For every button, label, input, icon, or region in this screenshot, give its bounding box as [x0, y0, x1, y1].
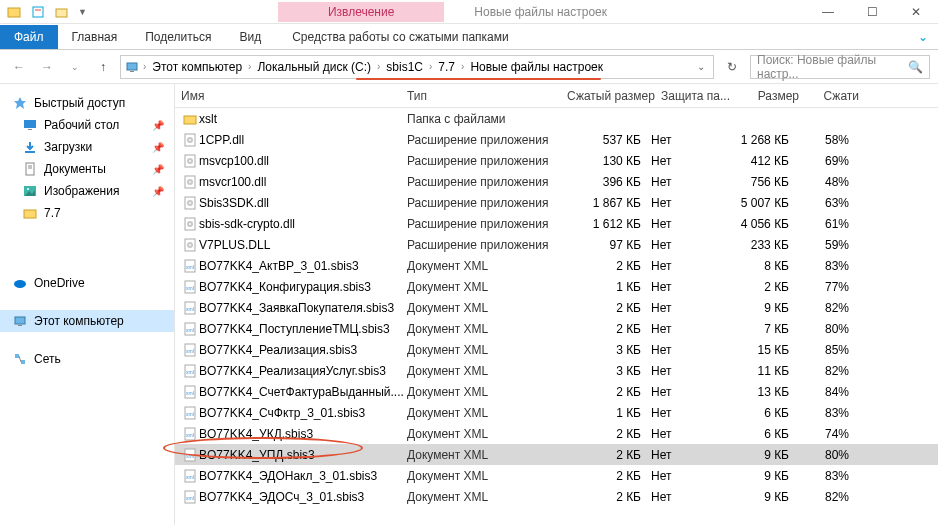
file-name: msvcr100.dll	[199, 175, 407, 189]
svg-text:xml: xml	[186, 264, 194, 270]
file-row[interactable]: msvcr100.dllРасширение приложения396 КБН…	[175, 171, 938, 192]
sidebar-folder-77[interactable]: 7.7	[0, 202, 174, 224]
file-type: Расширение приложения	[407, 217, 567, 231]
breadcrumb[interactable]: › Этот компьютер › Локальный диск (C:) ›…	[120, 55, 714, 79]
forward-button[interactable]: →	[36, 56, 58, 78]
file-row[interactable]: xmlBO77KK4_ПоступлениеТМЦ.sbis3Документ …	[175, 318, 938, 339]
onedrive-icon	[12, 275, 28, 291]
xml-icon: xml	[181, 469, 199, 483]
chevron-right-icon[interactable]: ›	[429, 61, 432, 72]
file-compressed: 1 612 КБ	[567, 217, 651, 231]
maximize-button[interactable]: ☐	[850, 0, 894, 24]
svg-text:xml: xml	[186, 390, 194, 396]
svg-point-25	[189, 139, 191, 141]
file-row[interactable]: xmlBO77KK4_СчФктр_3_01.sbis3Документ XML…	[175, 402, 938, 423]
chevron-right-icon[interactable]: ›	[461, 61, 464, 72]
svg-text:xml: xml	[186, 474, 194, 480]
properties-icon[interactable]	[30, 4, 46, 20]
sidebar-quick-access[interactable]: Быстрый доступ	[0, 92, 174, 114]
sidebar-pictures[interactable]: Изображения 📌	[0, 180, 174, 202]
crumb-current[interactable]: Новые файлы настроек	[468, 58, 605, 76]
file-row[interactable]: xmlBO77KK4_УКД.sbis3Документ XML2 КБНет6…	[175, 423, 938, 444]
new-folder-icon[interactable]	[54, 4, 70, 20]
ribbon-view-tab[interactable]: Вид	[225, 25, 275, 49]
ribbon-home-tab[interactable]: Главная	[58, 25, 132, 49]
file-protection: Нет	[651, 343, 723, 357]
file-compressed: 2 КБ	[567, 259, 651, 273]
ribbon-archive-tab[interactable]: Средства работы со сжатыми папками	[278, 25, 523, 49]
header-size[interactable]: Размер	[733, 89, 807, 103]
file-size: 412 КБ	[723, 154, 797, 168]
crumb-77[interactable]: 7.7	[436, 58, 457, 76]
file-type: Документ XML	[407, 427, 567, 441]
file-row[interactable]: msvcp100.dllРасширение приложения130 КБН…	[175, 150, 938, 171]
file-row[interactable]: sbis-sdk-crypto.dllРасширение приложения…	[175, 213, 938, 234]
file-row[interactable]: V7PLUS.DLLРасширение приложения97 КБНет2…	[175, 234, 938, 255]
file-list[interactable]: xsltПапка с файлами1CPP.dllРасширение пр…	[175, 108, 938, 507]
svg-rect-20	[21, 360, 25, 364]
header-type[interactable]: Тип	[407, 89, 567, 103]
sidebar-documents[interactable]: Документы 📌	[0, 158, 174, 180]
file-compressed: 537 КБ	[567, 133, 651, 147]
file-compressed: 396 КБ	[567, 175, 651, 189]
file-row[interactable]: xmlBO77KK4_Реализация.sbis3Документ XML3…	[175, 339, 938, 360]
file-ratio: 59%	[797, 238, 855, 252]
chevron-right-icon[interactable]: ›	[143, 61, 146, 72]
qat-dropdown-icon[interactable]: ▼	[78, 7, 87, 17]
sidebar-desktop[interactable]: Рабочий стол 📌	[0, 114, 174, 136]
file-row[interactable]: xmlBO77KK4_ЭДОСч_3_01.sbis3Документ XML2…	[175, 486, 938, 507]
ribbon-expand-icon[interactable]: ⌄	[908, 30, 938, 44]
file-row[interactable]: xmlBO77KK4_Конфигурация.sbis3Документ XM…	[175, 276, 938, 297]
back-button[interactable]: ←	[8, 56, 30, 78]
pin-icon: 📌	[152, 164, 164, 175]
sidebar-network[interactable]: Сеть	[0, 348, 174, 370]
refresh-button[interactable]: ↻	[720, 55, 744, 79]
ribbon-file-tab[interactable]: Файл	[0, 25, 58, 49]
crumb-thispc[interactable]: Этот компьютер	[150, 58, 244, 76]
sidebar-item-label: Документы	[44, 162, 106, 176]
file-row[interactable]: xmlBO77KK4_ЗаявкаПокупателя.sbis3Докумен…	[175, 297, 938, 318]
file-compressed: 2 КБ	[567, 490, 651, 504]
file-size: 7 КБ	[723, 322, 797, 336]
crumb-sbis1c[interactable]: sbis1C	[384, 58, 425, 76]
file-row[interactable]: 1CPP.dllРасширение приложения537 КБНет1 …	[175, 129, 938, 150]
file-row[interactable]: xmlBO77KK4_СчетФактураВыданный....Докуме…	[175, 381, 938, 402]
file-row[interactable]: xsltПапка с файлами	[175, 108, 938, 129]
close-button[interactable]: ✕	[894, 0, 938, 24]
minimize-button[interactable]: —	[806, 0, 850, 24]
sidebar-downloads[interactable]: Загрузки 📌	[0, 136, 174, 158]
recent-dropdown[interactable]: ⌄	[64, 56, 86, 78]
breadcrumb-dropdown-icon[interactable]: ⌄	[693, 61, 709, 72]
search-icon[interactable]: 🔍	[908, 60, 923, 74]
chevron-right-icon[interactable]: ›	[377, 61, 380, 72]
crumb-drive[interactable]: Локальный диск (C:)	[255, 58, 373, 76]
sidebar-item-label: Загрузки	[44, 140, 92, 154]
file-name: BO77KK4_Реализация.sbis3	[199, 343, 407, 357]
file-protection: Нет	[651, 364, 723, 378]
header-name[interactable]: Имя	[181, 89, 407, 103]
svg-marker-6	[14, 97, 26, 109]
svg-point-31	[189, 181, 191, 183]
header-compressed[interactable]: Сжатый размер	[567, 89, 661, 103]
header-protection[interactable]: Защита па...	[661, 89, 733, 103]
sidebar-onedrive[interactable]: OneDrive	[0, 272, 174, 294]
file-row[interactable]: Sbis3SDK.dllРасширение приложения1 867 К…	[175, 192, 938, 213]
downloads-icon	[22, 139, 38, 155]
svg-text:xml: xml	[186, 495, 194, 501]
file-size: 5 007 КБ	[723, 196, 797, 210]
chevron-right-icon[interactable]: ›	[248, 61, 251, 72]
sidebar-item-label: Быстрый доступ	[34, 96, 125, 110]
contextual-tab-extract[interactable]: Извлечение	[278, 2, 444, 22]
file-row[interactable]: xmlBO77KK4_УПД.sbis3Документ XML2 КБНет9…	[175, 444, 938, 465]
search-input[interactable]: Поиск: Новые файлы настр... 🔍	[750, 55, 930, 79]
svg-text:xml: xml	[186, 306, 194, 312]
file-row[interactable]: xmlBO77KK4_РеализацияУслуг.sbis3Документ…	[175, 360, 938, 381]
file-protection: Нет	[651, 259, 723, 273]
up-button[interactable]: ↑	[92, 56, 114, 78]
header-ratio[interactable]: Сжати	[807, 89, 865, 103]
sidebar-thispc[interactable]: Этот компьютер	[0, 310, 174, 332]
file-ratio: 80%	[797, 448, 855, 462]
ribbon-share-tab[interactable]: Поделиться	[131, 25, 225, 49]
file-row[interactable]: xmlBO77KK4_АктВР_3_01.sbis3Документ XML2…	[175, 255, 938, 276]
file-row[interactable]: xmlBO77KK4_ЭДОНакл_3_01.sbis3Документ XM…	[175, 465, 938, 486]
